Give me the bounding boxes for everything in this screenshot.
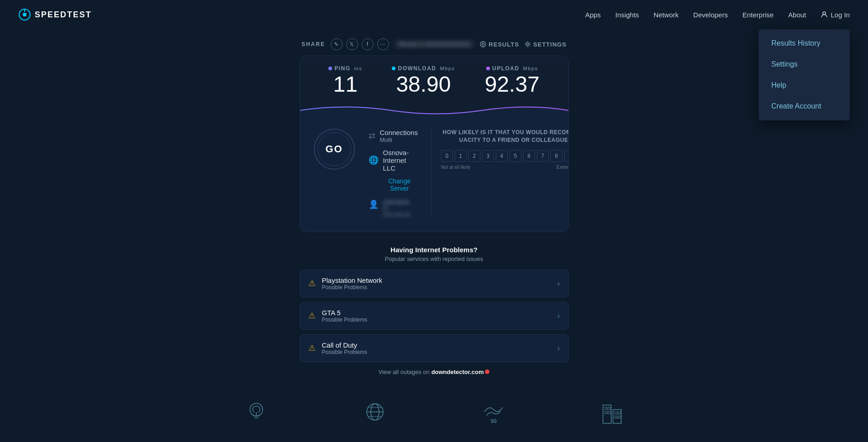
dropdown-results-history[interactable]: Results History [759,33,850,54]
svg-rect-21 [618,412,620,414]
nps-4[interactable]: 4 [496,150,508,162]
problem-item-cod[interactable]: ⚠ Call of Duty Possible Problems › [300,334,569,362]
user-name: username [383,198,418,205]
svg-point-3 [823,12,826,15]
problem-name-cod: Call of Duty [322,341,551,349]
svg-point-4 [480,42,486,47]
nps-section: HOW LIKELY IS IT THAT YOU WOULD RECOMMEN… [431,129,569,218]
nps-6[interactable]: 6 [523,150,535,162]
footer-icon-lightbulb[interactable] [243,398,270,426]
nps-1[interactable]: 1 [455,150,467,162]
problem-status-gta5: Possible Problems [322,317,551,323]
nps-labels: Not at all likely Extremely Likely [441,165,569,170]
nps-numbers: 0 1 2 3 4 5 6 7 8 9 10 [441,150,569,162]
change-server-button[interactable]: Change Server [369,177,418,192]
download-stat: DOWNLOAD Mbps 38.90 [392,65,455,97]
share-more-icon[interactable]: ··· [377,38,389,50]
share-facebook-icon[interactable]: f [362,38,374,50]
footer-icon-5g[interactable]: 5G [480,398,507,426]
download-value: 38.90 [396,73,451,97]
downdetector-link[interactable]: downdetector.com [431,369,484,375]
card-lower: GO ⇄ Connections Multi 🌐 Osnova-Inter [300,120,568,232]
footer-icons: 5G [243,398,626,439]
upload-value: 92.37 [485,73,540,97]
go-button[interactable]: GO [314,129,355,170]
problem-text-cod: Call of Duty Possible Problems [322,341,551,355]
nav-network[interactable]: Network [654,11,679,19]
problem-item-gta5[interactable]: ⚠ GTA 5 Possible Problems › [300,302,569,330]
svg-rect-19 [608,411,610,414]
nps-8[interactable]: 8 [551,150,562,162]
result-id: Result # XXXXXXXXXXX [395,40,474,48]
dropdown-help[interactable]: Help [759,75,850,96]
logo[interactable]: SPEEDTEST [18,8,92,21]
warning-icon-cod: ⚠ [308,343,316,353]
svg-point-6 [527,43,529,46]
chevron-right-gta5: › [557,311,560,321]
problems-subtitle: Popular services with reported issues [300,255,569,262]
nps-label-low: Not at all likely [441,165,470,170]
svg-rect-23 [618,416,620,418]
warning-icon-gta5: ⚠ [308,311,316,321]
problem-item-psn[interactable]: ⚠ Playstation Network Possible Problems … [300,270,569,297]
nps-label-high: Extremely Likely [556,165,568,170]
user-ip: IP: 000.000.00 [383,205,418,218]
nps-9[interactable]: 9 [564,150,569,162]
settings-button[interactable]: SETTINGS [525,41,567,48]
upload-label: UPLOAD Mbps [486,65,538,72]
nps-3[interactable]: 3 [482,150,494,162]
footer-icon-globe[interactable] [361,398,389,426]
footer-icon-building[interactable] [598,398,626,426]
connections-label: Connections [380,129,418,136]
nav-insights[interactable]: Insights [615,11,639,19]
ping-stat: PING ms 11 [328,65,362,97]
results-button[interactable]: RESULTS [480,41,519,48]
problems-section: Having Internet Problems? Popular servic… [300,246,569,375]
svg-point-5 [482,43,484,46]
nav-developers[interactable]: Developers [693,11,728,19]
warning-icon-psn: ⚠ [308,278,316,288]
svg-rect-18 [605,411,607,414]
nps-0[interactable]: 0 [441,150,453,162]
nps-2[interactable]: 2 [468,150,480,162]
dropdown-create-account[interactable]: Create Account [759,96,850,117]
login-label: Log In [831,11,850,19]
login-button[interactable]: Log In [821,11,850,19]
nav-about[interactable]: About [788,11,806,19]
problem-name-gta5: GTA 5 [322,309,551,317]
server-name: Osnova-Internet LLC [383,149,418,172]
dd-dot [485,369,489,374]
svg-rect-20 [615,412,617,414]
nav-links: Apps Insights Network Developers Enterpr… [585,11,850,19]
problem-status-cod: Possible Problems [322,349,551,355]
nav-enterprise[interactable]: Enterprise [743,11,774,19]
problem-status-psn: Possible Problems [322,284,551,291]
logo-text: SPEEDTEST [35,10,92,20]
user-info: 👤 username IP: 000.000.00 [369,198,418,218]
nps-5[interactable]: 5 [509,150,521,162]
svg-rect-22 [615,416,617,418]
upload-stat: UPLOAD Mbps 92.37 [485,65,540,97]
stats-row: PING ms 11 DOWNLOAD Mbps 38.90 UPLOAD Mb… [300,56,568,101]
share-edit-icon[interactable]: ✎ [331,38,343,50]
nps-7[interactable]: 7 [537,150,549,162]
main-content: SHARE ✎ 𝕏 f ··· Result # XXXXXXXXXXX RES… [0,29,868,439]
problems-title: Having Internet Problems? [300,246,569,254]
nav-apps[interactable]: Apps [585,11,601,19]
speedtest-card: PING ms 11 DOWNLOAD Mbps 38.90 UPLOAD Mb… [300,56,569,232]
svg-rect-17 [608,407,610,410]
share-twitter-icon[interactable]: 𝕏 [346,38,358,50]
ping-value: 11 [333,73,357,97]
nps-question: HOW LIKELY IS IT THAT YOU WOULD RECOMMEN… [441,129,569,144]
share-label: SHARE [301,41,325,47]
card-lower-inner: GO ⇄ Connections Multi 🌐 Osnova-Inter [314,129,555,218]
chevron-right-cod: › [557,343,560,353]
share-bar: SHARE ✎ 𝕏 f ··· Result # XXXXXXXXXXX RES… [301,38,567,50]
server-item: 🌐 Osnova-Internet LLC [369,149,418,172]
problem-text-psn: Playstation Network Possible Problems [322,276,551,291]
dropdown-settings[interactable]: Settings [759,54,850,75]
svg-rect-16 [605,407,607,410]
globe-icon: 🌐 [369,155,379,165]
ping-label: PING ms [328,65,362,72]
user-icon: 👤 [369,199,379,209]
